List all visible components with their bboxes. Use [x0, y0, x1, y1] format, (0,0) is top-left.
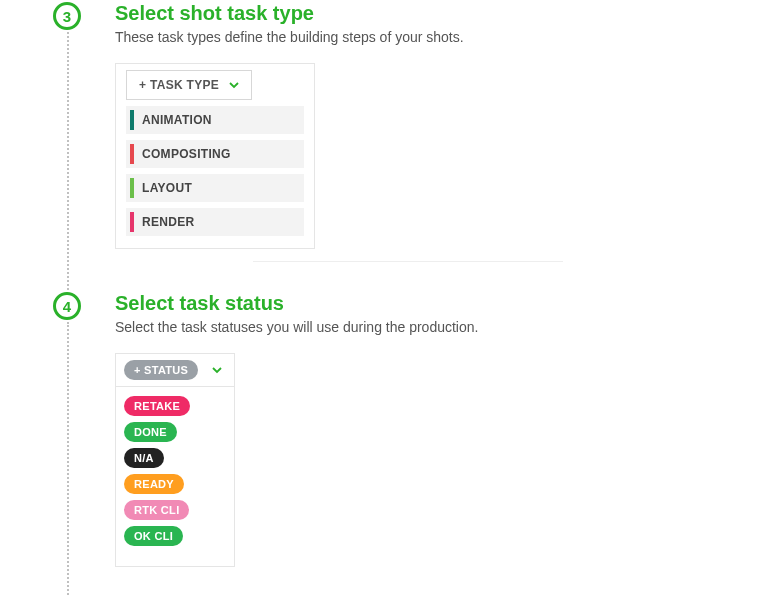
status-pill: RETAKE	[124, 396, 190, 416]
status-pill: N/A	[124, 448, 164, 468]
task-type-label: RENDER	[142, 215, 194, 229]
color-bar	[130, 110, 134, 130]
chevron-down-icon	[212, 365, 222, 375]
step-number: 4	[63, 298, 71, 315]
task-type-list: ANIMATIONCOMPOSITINGLAYOUTRENDER	[116, 106, 314, 236]
add-status-button[interactable]: + STATUS	[116, 354, 234, 386]
task-type-label: COMPOSITING	[142, 147, 231, 161]
step-title: Select shot task type	[115, 2, 760, 25]
task-type-item[interactable]: ANIMATION	[126, 106, 304, 134]
status-item[interactable]: DONE	[122, 419, 228, 445]
task-type-panel: + TASK TYPE ANIMATIONCOMPOSITINGLAYOUTRE…	[115, 63, 315, 249]
timeline-dots	[67, 32, 69, 290]
status-pill: DONE	[124, 422, 177, 442]
timeline-dots	[67, 322, 69, 595]
status-item[interactable]: READY	[122, 471, 228, 497]
add-task-type-label: + TASK TYPE	[139, 78, 219, 92]
add-status-label: + STATUS	[124, 360, 198, 380]
step-4: 4 Select task status Select the task sta…	[0, 292, 760, 567]
add-task-type-button[interactable]: + TASK TYPE	[126, 70, 252, 100]
task-type-label: ANIMATION	[142, 113, 212, 127]
task-type-item[interactable]: RENDER	[126, 208, 304, 236]
status-item[interactable]: RTK CLI	[122, 497, 228, 523]
section-divider	[253, 261, 563, 262]
color-bar	[130, 212, 134, 232]
step-subtitle: Select the task statuses you will use du…	[115, 319, 760, 335]
step-subtitle: These task types define the building ste…	[115, 29, 760, 45]
chevron-down-icon	[229, 80, 239, 90]
step-title: Select task status	[115, 292, 760, 315]
color-bar	[130, 144, 134, 164]
step-badge-4: 4	[53, 292, 81, 320]
status-list-container: RETAKEDONEN/AREADYRTK CLIOK CLI	[115, 387, 235, 567]
status-pill: READY	[124, 474, 184, 494]
status-item[interactable]: OK CLI	[122, 523, 228, 549]
task-type-label: LAYOUT	[142, 181, 192, 195]
status-panel: + STATUS RETAKEDONEN/AREADYRTK CLIOK CLI	[115, 353, 760, 567]
task-type-item[interactable]: COMPOSITING	[126, 140, 304, 168]
status-pill: OK CLI	[124, 526, 183, 546]
status-list[interactable]: RETAKEDONEN/AREADYRTK CLIOK CLI	[116, 387, 234, 566]
color-bar	[130, 178, 134, 198]
step-number: 3	[63, 8, 71, 25]
status-pill: RTK CLI	[124, 500, 189, 520]
step-badge-3: 3	[53, 2, 81, 30]
task-type-item[interactable]: LAYOUT	[126, 174, 304, 202]
status-item[interactable]: N/A	[122, 445, 228, 471]
status-item[interactable]: RETAKE	[122, 393, 228, 419]
step-3: 3 Select shot task type These task types…	[0, 2, 760, 262]
